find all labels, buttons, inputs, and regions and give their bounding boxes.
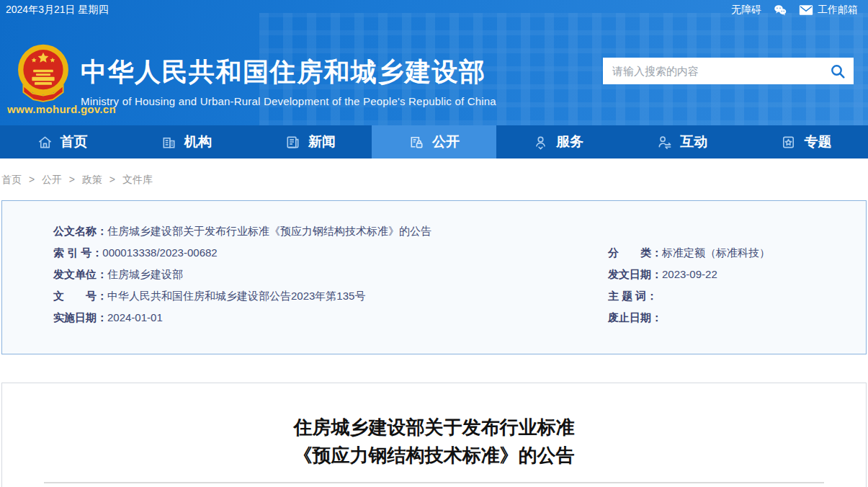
article-title-line2: 《预应力钢结构技术标准》的公告 [294, 444, 575, 466]
article-divider [44, 482, 824, 483]
nav-item-disclosure[interactable]: 公开 [372, 125, 496, 158]
search-icon [829, 63, 846, 80]
nav-item-topics[interactable]: 专题 [744, 125, 868, 158]
site-url: www.mohurd.gov.cn [7, 103, 116, 115]
meta-value-category: 标准定额（标准科技） [662, 246, 770, 259]
meta-label-repeal-date: 废止日期： [608, 311, 662, 323]
nav-label: 专题 [804, 133, 831, 151]
nav-label: 机构 [184, 133, 212, 151]
meta-label-issuing-unit: 发文单位： [53, 268, 107, 280]
site-title: 中华人民共和国住房和城乡建设部 [81, 55, 496, 90]
meta-label-index-number: 索 引 号： [53, 246, 102, 259]
nav-item-interaction[interactable]: 互动 [620, 125, 744, 158]
breadcrumb-disclosure[interactable]: 公开 [42, 174, 62, 185]
nav-item-home[interactable]: 首页 [0, 125, 124, 158]
meta-label-doc-name: 公文名称： [53, 225, 107, 237]
meta-value-issuing-unit: 住房城乡建设部 [107, 268, 183, 280]
news-icon [285, 134, 301, 151]
meta-label-doc-number: 文 号： [53, 290, 107, 302]
topbar: 2024年3月21日 星期四 无障碍 [0, 0, 868, 20]
meta-value-doc-name: 住房城乡建设部关于发布行业标准《预应力钢结构技术标准》的公告 [107, 225, 431, 237]
breadcrumb-policy[interactable]: 政策 [82, 174, 102, 185]
breadcrumb-separator: > [29, 174, 35, 185]
article-title: 住房城乡建设部关于发布行业标准 《预应力钢结构技术标准》的公告 [2, 414, 866, 470]
national-emblem [17, 42, 70, 108]
interaction-arrows-icon [656, 134, 673, 151]
meta-row: 实施日期：2024-01-01 废止日期： [2, 307, 866, 329]
nav-label: 服务 [556, 133, 583, 151]
site-header: 2024年3月21日 星期四 无障碍 [0, 0, 868, 125]
nav-label: 互动 [680, 133, 707, 151]
site-subtitle: Ministry of Housing and Urban-Rural Deve… [81, 95, 496, 107]
breadcrumb-separator: > [109, 174, 115, 185]
search-button[interactable] [822, 58, 854, 84]
nav-item-service[interactable]: 服务 [496, 125, 620, 158]
meta-label-subject-words: 主 题 词： [608, 290, 657, 302]
breadcrumb-home[interactable]: 首页 [1, 174, 22, 185]
article-title-line1: 住房城乡建设部关于发布行业标准 [294, 416, 575, 438]
home-icon [37, 134, 53, 151]
search-box [603, 58, 854, 84]
nav-item-organization[interactable]: 机构 [124, 125, 248, 158]
nav-item-news[interactable]: 新闻 [248, 125, 372, 158]
mailbox-label: 工作邮箱 [818, 4, 858, 17]
meta-row: 索 引 号：000013338/2023-00682 分 类：标准定额（标准科技… [2, 242, 866, 264]
meta-label-category: 分 类： [608, 246, 662, 259]
meta-value-doc-number: 中华人民共和国住房和城乡建设部公告2023年第135号 [107, 290, 365, 302]
meta-value-index-number: 000013338/2023-00682 [102, 246, 217, 259]
mailbox-link[interactable]: 工作邮箱 [799, 4, 858, 17]
meta-row: 发文单位：住房城乡建设部 发文日期：2023-09-22 [2, 264, 866, 285]
topics-star-icon [780, 134, 797, 151]
service-person-icon [532, 134, 549, 151]
nav-label: 公开 [432, 133, 460, 151]
document-meta-box: 公文名称：住房城乡建设部关于发布行业标准《预应力钢结构技术标准》的公告 索 引 … [1, 200, 867, 354]
meta-value-issue-date: 2023-09-22 [662, 268, 717, 280]
meta-row: 文 号：中华人民共和国住房和城乡建设部公告2023年第135号 主 题 词： [2, 285, 866, 307]
breadcrumb-separator: > [69, 174, 75, 185]
meta-row: 公文名称：住房城乡建设部关于发布行业标准《预应力钢结构技术标准》的公告 [2, 220, 866, 242]
breadcrumb: 首页 > 公开 > 政策 > 文件库 [1, 174, 153, 187]
topbar-date: 2024年3月21日 星期四 [6, 4, 108, 17]
meta-label-effective-date: 实施日期： [53, 311, 107, 323]
envelope-icon [799, 4, 813, 16]
nav-label: 首页 [61, 133, 88, 151]
breadcrumb-library[interactable]: 文件库 [122, 174, 153, 185]
search-input[interactable] [603, 58, 822, 84]
main-nav: 首页 机构 新闻 公开 [0, 125, 868, 158]
wechat-icon[interactable] [773, 4, 787, 17]
disclosure-lock-icon [408, 134, 425, 151]
organization-icon [161, 134, 177, 151]
article-box: 住房城乡建设部关于发布行业标准 《预应力钢结构技术标准》的公告 [1, 383, 867, 487]
meta-label-issue-date: 发文日期： [608, 268, 662, 280]
meta-value-effective-date: 2024-01-01 [107, 311, 163, 323]
accessibility-link[interactable]: 无障碍 [731, 4, 761, 17]
nav-label: 新闻 [308, 133, 336, 151]
